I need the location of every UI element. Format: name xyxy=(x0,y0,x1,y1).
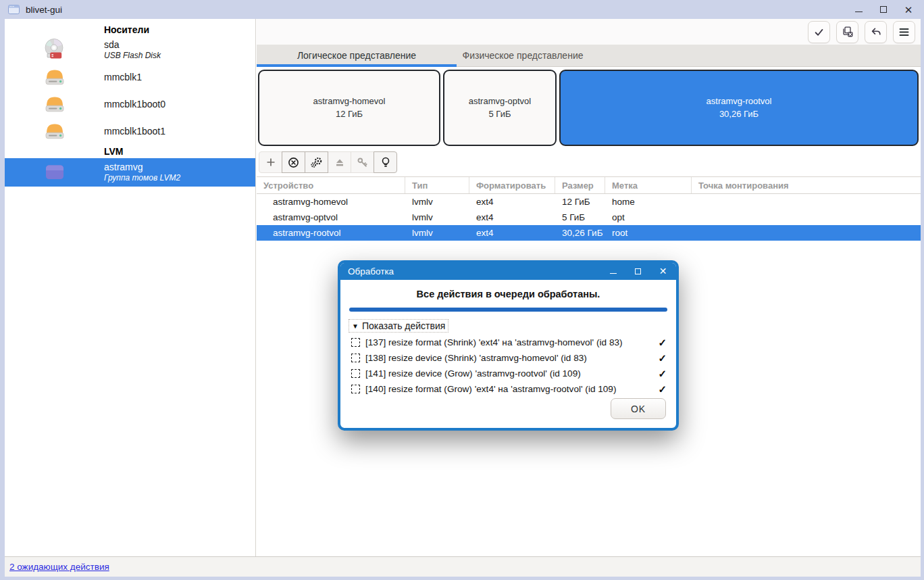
expander-label: Показать действия xyxy=(362,320,445,331)
column-header-type[interactable]: Тип xyxy=(405,177,469,193)
sidebar-item-mmcblk1boot1[interactable]: mmcblk1boot1 xyxy=(5,118,255,145)
dialog-maximize-button[interactable] xyxy=(634,267,642,276)
hard-drive-icon xyxy=(42,91,68,117)
clear-queued-actions-button[interactable] xyxy=(836,21,858,43)
column-header-size[interactable]: Размер xyxy=(555,177,605,193)
cell-label: root xyxy=(605,228,692,238)
device-description: USB Flash Disk xyxy=(104,51,161,60)
apply-queued-actions-button[interactable] xyxy=(808,21,830,43)
cell-size: 5 ГиБ xyxy=(555,212,605,222)
device-sidebar: Носители sda USB Flash Disk xyxy=(5,19,256,556)
undo-button[interactable] xyxy=(865,21,887,43)
device-actions-toolbar xyxy=(259,151,397,173)
device-name: sda xyxy=(104,39,161,51)
cell-type: lvmlv xyxy=(405,197,469,207)
column-header-device[interactable]: Устройство xyxy=(257,177,405,193)
window-titlebar: blivet-gui ✕ xyxy=(0,0,924,19)
cell-format: ext4 xyxy=(469,212,555,222)
cell-type: lvmlv xyxy=(405,212,469,222)
device-name: astramvg xyxy=(104,162,180,173)
cell-device: astramvg-optvol xyxy=(257,212,405,222)
partition-block-optvol[interactable]: astramvg-optvol 5 ГиБ xyxy=(443,70,557,146)
partition-name: astramvg-homevol xyxy=(313,95,386,108)
resize-action-icon xyxy=(351,369,360,378)
eject-icon xyxy=(334,158,345,168)
dialog-minimize-button[interactable] xyxy=(609,267,617,276)
done-check-icon: ✓ xyxy=(658,352,667,364)
partition-size: 12 ГиБ xyxy=(336,108,363,121)
action-row: [138] resize device (Shrink) 'astramvg-h… xyxy=(351,350,669,366)
menu-button[interactable] xyxy=(893,21,915,43)
hard-drive-icon xyxy=(42,118,68,144)
sidebar-section-disks: Носители xyxy=(5,23,255,37)
edit-device-button[interactable] xyxy=(305,151,328,173)
add-device-button[interactable] xyxy=(259,151,282,173)
sidebar-item-sda[interactable]: sda USB Flash Disk xyxy=(5,37,255,64)
progress-bar xyxy=(349,308,667,312)
bulb-icon xyxy=(380,156,391,168)
window-close-button[interactable]: ✕ xyxy=(904,5,913,14)
dialog-titlebar: Обработка ✕ xyxy=(340,262,677,280)
decrypt-device-button[interactable] xyxy=(351,151,374,173)
table-header-row: Устройство Тип Форматировать Размер Метк… xyxy=(257,176,921,194)
device-info-button[interactable] xyxy=(374,151,397,173)
sidebar-item-astramvg[interactable]: astramvg Группа томов LVM2 xyxy=(5,158,255,187)
done-check-icon: ✓ xyxy=(658,368,667,380)
table-row-rootvol[interactable]: astramvg-rootvol lvmlv ext4 30,26 ГиБ ro… xyxy=(257,225,921,241)
circle-x-icon xyxy=(288,157,299,168)
device-table: Устройство Тип Форматировать Размер Метк… xyxy=(257,176,921,241)
dialog-close-button[interactable]: ✕ xyxy=(659,267,667,276)
dialog-title: Обработка xyxy=(348,266,394,276)
delete-device-button[interactable] xyxy=(282,151,305,173)
cell-device: astramvg-rootvol xyxy=(257,228,405,238)
check-icon xyxy=(813,26,825,38)
partition-name: astramvg-rootvol xyxy=(707,95,772,108)
action-row: [137] resize format (Shrink) 'ext4' на '… xyxy=(351,335,669,350)
partition-visual-bar: astramvg-homevol 12 ГиБ astramvg-optvol … xyxy=(258,70,919,146)
key-icon xyxy=(357,157,368,168)
column-header-mountpoint[interactable]: Точка монтирования xyxy=(692,177,921,193)
cell-label: home xyxy=(605,197,692,207)
plus-icon xyxy=(265,157,276,168)
device-description: Группа томов LVM2 xyxy=(104,173,180,183)
window-minimize-button[interactable] xyxy=(854,5,863,14)
optical-disc-usb-icon xyxy=(42,37,68,63)
processing-dialog: Обработка ✕ Все действия в очереди обраб… xyxy=(338,260,679,431)
sidebar-item-mmcblk1boot0[interactable]: mmcblk1boot0 xyxy=(5,91,255,118)
partition-block-homevol[interactable]: astramvg-homevol 12 ГиБ xyxy=(258,70,440,146)
partition-size: 5 ГиБ xyxy=(489,108,511,121)
unmount-device-button[interactable] xyxy=(328,151,351,173)
tab-logical-view[interactable]: Логическое представление xyxy=(257,45,457,66)
cell-format: ext4 xyxy=(469,228,555,238)
cell-size: 30,26 ГиБ xyxy=(555,228,605,238)
cell-type: lvmlv xyxy=(405,228,469,238)
window-title: blivet-gui xyxy=(26,5,62,15)
action-text: [140] resize format (Grow) 'ext4' на 'as… xyxy=(365,384,658,394)
pending-actions-link[interactable]: 2 ожидающих действия xyxy=(9,562,109,572)
cell-device: astramvg-homevol xyxy=(257,197,405,207)
ok-button[interactable]: OK xyxy=(611,398,666,419)
header-toolbar xyxy=(257,19,921,45)
partition-name: astramvg-optvol xyxy=(469,95,531,108)
partition-block-rootvol[interactable]: astramvg-rootvol 30,26 ГиБ xyxy=(559,70,919,146)
cell-size: 12 ГиБ xyxy=(555,197,605,207)
action-row: [141] resize device (Grow) 'astramvg-roo… xyxy=(351,366,669,381)
undo-arrow-icon xyxy=(870,26,882,38)
device-name: mmcblk1boot0 xyxy=(104,99,165,110)
table-row-homevol[interactable]: astramvg-homevol lvmlv ext4 12 ГиБ home xyxy=(257,194,921,210)
action-text: [141] resize device (Grow) 'astramvg-roo… xyxy=(365,368,658,379)
done-check-icon: ✓ xyxy=(658,337,667,349)
tab-physical-view[interactable]: Физическое представление xyxy=(457,45,589,66)
table-row-optvol[interactable]: astramvg-optvol lvmlv ext4 5 ГиБ opt xyxy=(257,210,921,225)
column-header-format[interactable]: Форматировать xyxy=(469,177,555,193)
hard-drive-icon xyxy=(42,64,68,90)
resize-action-icon xyxy=(351,385,360,393)
partition-size: 30,26 ГиБ xyxy=(719,108,759,121)
app-icon xyxy=(8,5,20,14)
column-header-label[interactable]: Метка xyxy=(605,177,692,193)
sidebar-item-mmcblk1[interactable]: mmcblk1 xyxy=(5,64,255,91)
resize-action-icon xyxy=(351,338,360,347)
show-actions-expander[interactable]: ▼ Показать действия xyxy=(349,319,448,333)
device-name: mmcblk1boot1 xyxy=(104,126,165,137)
window-maximize-button[interactable] xyxy=(879,5,888,14)
